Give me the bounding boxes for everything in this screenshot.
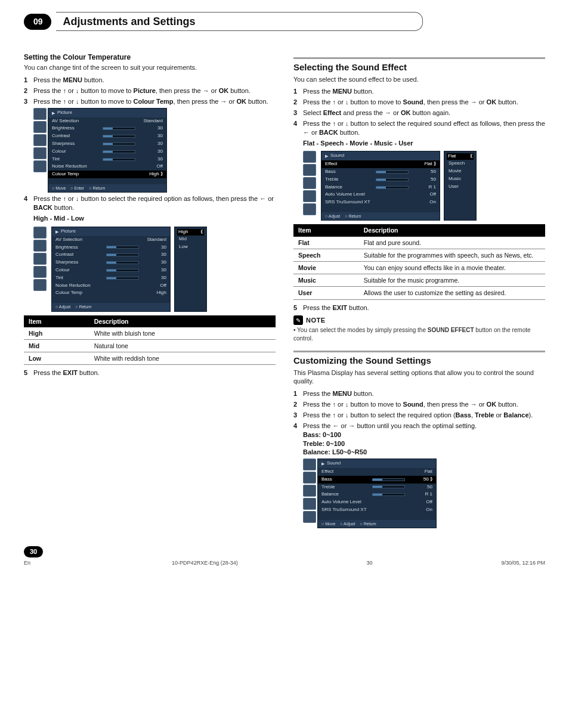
subsection-colour-temp: Setting the Colour Temperature (24, 52, 276, 62)
footer-file: 10-PDP42RXE-Eng (28-34) (172, 559, 238, 566)
chapter-header: 09 Adjustments and Settings (24, 12, 545, 31)
options: High - Mid - Low (33, 214, 276, 223)
osd-sound-effect: SoundEffectFlatBass50Treble50BalanceR 1A… (303, 151, 545, 221)
intro-text: You can change tint of the screen to sui… (24, 63, 276, 72)
footer-timestamp: 9/30/05, 12:16 PM (501, 559, 545, 566)
section-customizing-sound: Customizing the Sound Settings (293, 351, 545, 367)
left-column: Setting the Colour Temperature You can c… (24, 49, 276, 528)
step-text: Press the ↑ or ↓ button to move to Pictu… (33, 86, 276, 95)
osd-picture-popup: PictureAV SelectionStandardBrightness30C… (33, 227, 276, 312)
page-footer: 30 En 10-PDP42RXE-Eng (28-34) 30 9/30/05… (24, 546, 545, 566)
footer-printpage: 30 (367, 559, 373, 566)
intro-text: This Plasma Display has several setting … (293, 368, 545, 386)
note-text: You can select the modes by simply press… (293, 326, 545, 342)
page-lang: En (24, 559, 43, 566)
note-heading: ✎ NOTE (293, 315, 545, 325)
step-text: Press the ↑ or ↓ button to select the re… (33, 194, 276, 212)
step-text: Press the ↑ or ↓ button to move to Colou… (33, 97, 276, 106)
right-column: Selecting the Sound Effect You can selec… (293, 49, 545, 528)
step-text: Press the ↑ or ↓ button to select the re… (303, 119, 545, 137)
options: Flat - Speech - Movie - Music - User (303, 139, 545, 148)
step-text: Press the ↑ or ↓ button to select the re… (303, 411, 545, 420)
step-text: Select Effect and press the → or OK butt… (303, 109, 545, 117)
colour-temp-table: ItemDescription HighWhite with bluish to… (24, 315, 276, 365)
step-text: Press the MENU button. (303, 87, 545, 96)
step-text: Press the MENU button. (303, 389, 545, 398)
step-text: Press the ← or → button until you reach … (303, 422, 545, 457)
sound-effect-table: ItemDescription FlatFlat and pure sound.… (293, 224, 545, 299)
osd-sound-custom: SoundEffectFlatBass50Treble50BalanceR 1A… (303, 459, 545, 528)
page-number: 30 (24, 546, 43, 557)
step-text: Press the ↑ or ↓ button to move to Sound… (303, 400, 545, 409)
steps-list: 1Press the MENU button. 2Press the ↑ or … (24, 76, 276, 106)
chapter-title: Adjustments and Settings (56, 12, 423, 31)
section-sound-effect: Selecting the Sound Effect (293, 57, 545, 73)
osd-picture-menu: PictureAV SelectionStandardBrightness30C… (33, 108, 276, 193)
step-text: Press the EXIT button. (33, 368, 276, 377)
chapter-number: 09 (24, 14, 51, 30)
step-text: Press the ↑ or ↓ button to move to Sound… (303, 98, 545, 107)
step-text: Press the EXIT button. (303, 303, 545, 312)
intro-text: You can select the sound effect to be us… (293, 75, 545, 84)
note-icon: ✎ (293, 315, 303, 325)
step-text: Press the MENU button. (33, 76, 276, 85)
